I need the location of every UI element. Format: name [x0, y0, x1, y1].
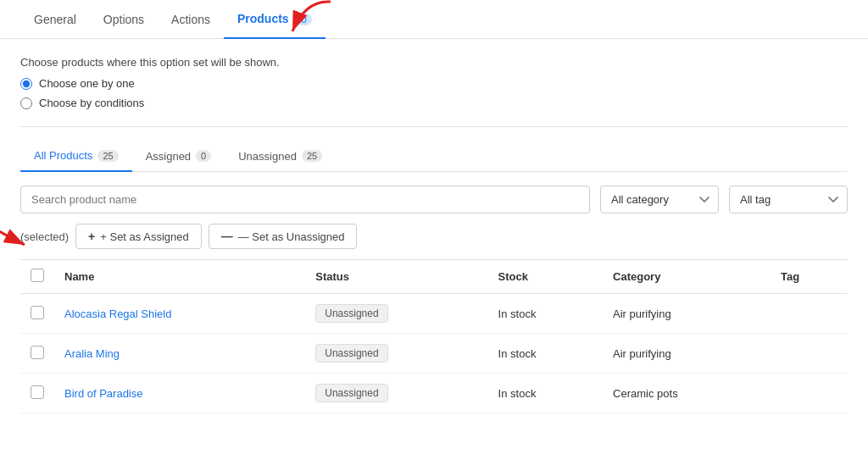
row-tag [771, 374, 848, 413]
row-name: Alocasia Regal Shield [54, 294, 305, 334]
col-status: Status [305, 260, 487, 294]
row-checkbox-1[interactable] [31, 346, 44, 359]
col-category: Category [603, 260, 771, 294]
radio-group: Choose one by one Choose by conditions [20, 77, 848, 109]
row-checkbox-cell [20, 334, 54, 374]
radio-one-by-one-label: Choose one by one [39, 77, 135, 90]
selected-count: (selected) [20, 230, 69, 243]
row-checkbox-cell [20, 294, 54, 334]
tab-options[interactable]: Options [90, 1, 158, 38]
category-dropdown[interactable]: All category Air purifying Ceramic pots [600, 186, 719, 213]
section-divider [20, 126, 848, 127]
row-tag [771, 294, 848, 334]
filter-row: All category Air purifying Ceramic pots … [20, 186, 848, 213]
row-tag [771, 334, 848, 374]
row-category: Ceramic pots [603, 374, 771, 413]
product-link-1[interactable]: Aralia Ming [64, 347, 120, 360]
choose-label: Choose products where this option set wi… [20, 56, 848, 69]
row-stock: In stock [488, 294, 603, 334]
tab-products[interactable]: Products 0 [224, 0, 326, 39]
row-name: Bird of Paradise [54, 374, 305, 413]
row-checkbox-2[interactable] [31, 385, 44, 399]
table-row: Aralia Ming Unassigned In stock Air puri… [20, 334, 848, 374]
table-row: Alocasia Regal Shield Unassigned In stoc… [20, 294, 848, 334]
products-table: Name Status Stock Category Tag Alocasia … [20, 259, 848, 413]
all-badge: 25 [97, 150, 118, 162]
products-badge: 0 [297, 14, 312, 25]
sub-tab-all[interactable]: All Products 25 [20, 141, 132, 172]
col-stock: Stock [488, 260, 603, 294]
row-status: Unassigned [305, 334, 487, 374]
assigned-badge: 0 [196, 150, 211, 162]
tag-dropdown[interactable]: All tag [729, 186, 848, 213]
status-badge-2: Unassigned [315, 384, 387, 402]
row-status: Unassigned [305, 294, 487, 334]
radio-by-conditions-input[interactable] [20, 97, 32, 109]
table-header-row: Name Status Stock Category Tag [20, 260, 848, 294]
product-link-2[interactable]: Bird of Paradise [64, 387, 143, 400]
select-all-checkbox[interactable] [31, 269, 44, 282]
unassigned-badge: 25 [302, 150, 322, 162]
sub-tabs: All Products 25 Assigned 0 Unassigned 25 [20, 141, 848, 172]
radio-one-by-one[interactable]: Choose one by one [20, 77, 848, 90]
sub-tab-unassigned[interactable]: Unassigned 25 [225, 141, 336, 171]
content-area: Choose products where this option set wi… [0, 39, 868, 413]
status-badge-0: Unassigned [315, 304, 387, 323]
row-checkbox-0[interactable] [31, 306, 44, 319]
radio-by-conditions[interactable]: Choose by conditions [20, 97, 848, 109]
action-row: (selected) + + Set as Assigned — — Set a… [20, 224, 848, 249]
minus-icon: — [221, 230, 233, 243]
set-assigned-button[interactable]: + + Set as Assigned [75, 224, 202, 249]
col-checkbox [20, 260, 54, 294]
col-name: Name [54, 260, 305, 294]
row-category: Air purifying [603, 294, 771, 334]
row-status: Unassigned [305, 374, 487, 413]
product-link-0[interactable]: Alocasia Regal Shield [64, 308, 171, 320]
row-name: Aralia Ming [54, 334, 305, 374]
radio-by-conditions-label: Choose by conditions [39, 97, 144, 109]
row-category: Air purifying [603, 334, 771, 374]
tab-general[interactable]: General [20, 1, 90, 38]
set-unassigned-button[interactable]: — — Set as Unassigned [209, 224, 358, 249]
search-input[interactable] [20, 186, 590, 213]
row-stock: In stock [488, 374, 603, 413]
status-badge-1: Unassigned [315, 344, 387, 363]
row-checkbox-cell [20, 374, 54, 413]
table-row: Bird of Paradise Unassigned In stock Cer… [20, 374, 848, 413]
top-nav: General Options Actions Products 0 [0, 0, 868, 39]
choose-section: Choose products where this option set wi… [20, 56, 848, 109]
radio-one-by-one-input[interactable] [20, 78, 32, 90]
plus-icon: + [88, 230, 95, 243]
sub-tab-assigned[interactable]: Assigned 0 [132, 141, 225, 171]
row-stock: In stock [488, 334, 603, 374]
col-tag: Tag [771, 260, 848, 294]
tab-actions[interactable]: Actions [158, 1, 224, 38]
